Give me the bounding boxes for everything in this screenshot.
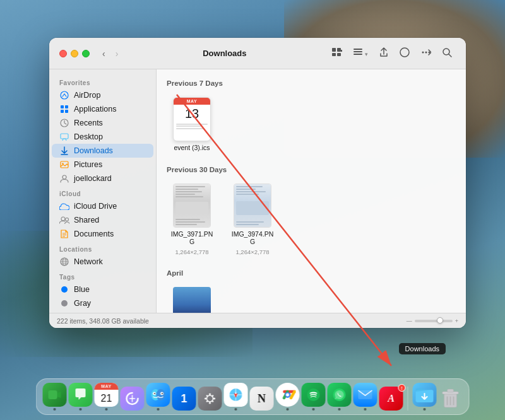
file-name-3971: IMG_3971.PNG: [170, 230, 213, 246]
applications-icon: [59, 104, 69, 114]
dock-item-spotify[interactable]: [302, 383, 326, 411]
sidebar-item-applications[interactable]: Applications: [52, 102, 153, 116]
network-label: Network: [74, 257, 103, 266]
dock-item-finder[interactable]: [146, 383, 170, 411]
dock-item-1password[interactable]: 1: [172, 387, 196, 411]
dock-item-messages[interactable]: [69, 383, 93, 411]
april-thumbnail: [173, 287, 211, 313]
sidebar-item-desktop[interactable]: Desktop: [52, 130, 153, 144]
sidebar: Favorites AirDrop: [49, 69, 157, 313]
status-bar: 222 items, 348.08 GB available — +: [49, 313, 466, 328]
tag-gray-icon: [59, 298, 69, 308]
sidebar-item-network[interactable]: Network: [52, 255, 153, 269]
joellockard-label: joellockard: [74, 174, 112, 183]
file-item-event-ics[interactable]: MAY 13 event (3).ics: [167, 93, 217, 156]
img-lines-top: [175, 186, 208, 197]
chrome-dot: [287, 408, 289, 411]
tag-gray-label: Gray: [74, 299, 91, 308]
file-item-img-3971[interactable]: IMG_3971.PNG 1,264×2,778: [167, 180, 217, 259]
arc-icon: [121, 387, 145, 411]
dock-item-arc[interactable]: [121, 387, 145, 411]
dock-item-calendar[interactable]: MAY 21: [95, 383, 119, 411]
sidebar-item-icloud-drive[interactable]: iCloud Drive: [52, 199, 153, 213]
shared-icon: [59, 215, 69, 225]
files-row-april: [167, 283, 456, 313]
dock-item-chrome[interactable]: [276, 383, 300, 411]
traffic-lights: [59, 50, 90, 57]
close-button[interactable]: [59, 50, 67, 57]
share-button[interactable]: [376, 45, 392, 61]
sidebar-item-downloads[interactable]: Downloads: [52, 144, 153, 158]
svg-line-14: [449, 54, 451, 57]
toolbar-buttons: ▾: [328, 45, 456, 61]
svg-marker-40: [57, 392, 61, 398]
back-button[interactable]: ‹: [100, 47, 108, 60]
whatsapp-dot: [338, 408, 341, 411]
dock-item-trash[interactable]: [439, 387, 463, 411]
airdrop-label: AirDrop: [74, 91, 100, 100]
svg-point-49: [209, 402, 211, 404]
svg-point-48: [209, 394, 211, 395]
favorites-label: Favorites: [49, 74, 156, 88]
dock-item-acrobat[interactable]: A !: [379, 387, 403, 411]
zoom-slider[interactable]: — +: [407, 318, 458, 324]
dock-item-downloads[interactable]: [413, 383, 437, 411]
file-item-april[interactable]: [167, 283, 217, 313]
view-grid-button[interactable]: [328, 46, 346, 61]
safari-dot: [235, 408, 237, 411]
section-7days-header: Previous 7 Days: [167, 79, 456, 87]
cal-month: MAY: [174, 98, 210, 105]
cal-day: 13: [174, 105, 210, 121]
pictures-icon: [59, 160, 69, 170]
img-3974-thumbnail: [234, 184, 271, 228]
main-content: Favorites AirDrop: [49, 69, 466, 313]
img-thumb-content-2: [234, 184, 271, 227]
sidebar-item-shared[interactable]: Shared: [52, 213, 153, 227]
search-button[interactable]: [439, 46, 456, 61]
sidebar-item-tag-gray[interactable]: Gray: [52, 296, 153, 310]
svg-point-55: [206, 400, 208, 402]
calendar-thumbnail: MAY 13: [173, 97, 211, 141]
downloads-label: Downloads: [74, 146, 113, 155]
sidebar-item-documents[interactable]: Documents: [52, 227, 153, 241]
minimize-button[interactable]: [71, 50, 78, 57]
maximize-button[interactable]: [82, 50, 90, 57]
forward-button[interactable]: ›: [113, 47, 121, 60]
calendar-dot: [105, 408, 108, 411]
svg-point-47: [207, 395, 213, 402]
sidebar-item-recents[interactable]: Recents: [52, 116, 153, 130]
mail-icon: [354, 383, 377, 407]
file-meta-3971: 1,264×2,778: [175, 248, 208, 255]
svg-point-52: [206, 395, 208, 396]
svg-point-53: [212, 400, 213, 402]
img-lines-bottom: [175, 219, 208, 225]
svg-point-50: [205, 398, 206, 400]
dock-item-system-prefs[interactable]: [198, 387, 222, 411]
tag-button[interactable]: [396, 45, 413, 61]
documents-icon: [59, 229, 69, 239]
file-area: Previous 7 Days MAY 13 event (3).ics: [157, 69, 466, 313]
sidebar-item-airdrop[interactable]: AirDrop: [52, 88, 153, 102]
view-list-button[interactable]: ▾: [350, 47, 372, 60]
sidebar-item-pictures[interactable]: Pictures: [52, 158, 153, 172]
dock-separator: [408, 387, 408, 411]
sidebar-item-joellockard[interactable]: joellockard: [52, 172, 153, 185]
spotify-icon: [302, 383, 326, 407]
dock-item-whatsapp[interactable]: [328, 383, 352, 411]
tag-blue-label: Blue: [74, 285, 90, 294]
zoom-plus: +: [455, 318, 458, 324]
dock-item-safari[interactable]: [224, 383, 248, 411]
messages-dot: [80, 408, 82, 411]
dock-item-notion[interactable]: N: [250, 387, 274, 411]
finder-dot: [157, 408, 160, 411]
sidebar-item-tag-blue[interactable]: Blue: [52, 283, 153, 296]
documents-label: Documents: [74, 230, 114, 238]
dock-item-mail[interactable]: [354, 383, 377, 411]
action-button[interactable]: [417, 46, 435, 61]
svg-rect-8: [354, 54, 362, 55]
svg-rect-5: [337, 53, 341, 56]
file-item-img-3974[interactable]: IMG_3974.PNG 1,264×2,778: [227, 180, 278, 259]
title-bar: ‹ › Downloads ▾: [49, 38, 466, 69]
svg-point-15: [61, 91, 68, 99]
dock-item-facetime[interactable]: [43, 383, 67, 411]
